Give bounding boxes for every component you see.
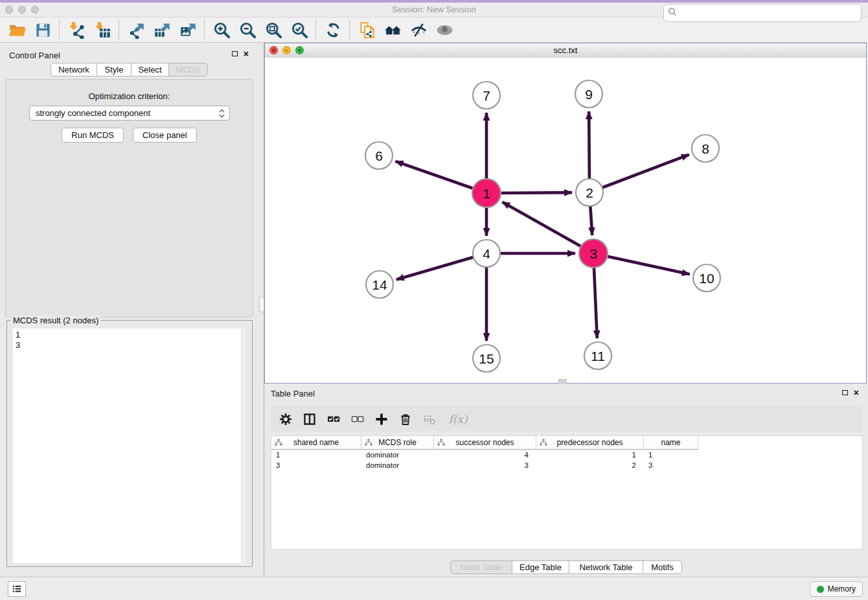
edge-3-1[interactable] xyxy=(502,202,593,253)
delete-table-button xyxy=(420,410,439,429)
run-mcds-button[interactable]: Run MCDS xyxy=(62,128,124,143)
show-all-button[interactable] xyxy=(431,19,457,41)
zoom-in-button[interactable] xyxy=(209,19,234,41)
zoom-fit-icon xyxy=(265,21,282,39)
table-row[interactable]: 3dominator323 xyxy=(271,460,862,470)
close-panel-icon[interactable]: × xyxy=(244,51,249,57)
network-window-titlebar[interactable]: ✕ − + scc.txt xyxy=(265,43,866,58)
new-network-from-selection-button[interactable] xyxy=(354,19,380,41)
memory-button[interactable]: Memory xyxy=(810,581,863,597)
graph-node-7[interactable]: 7 xyxy=(473,82,500,109)
export-table-button[interactable] xyxy=(149,19,175,41)
graph-node-2[interactable]: 2 xyxy=(576,179,603,206)
tab-motifs[interactable]: Motifs xyxy=(643,560,682,574)
add-column-button[interactable] xyxy=(372,410,391,429)
edge-2-8[interactable] xyxy=(589,155,689,192)
graph-node-1[interactable]: 1 xyxy=(472,179,501,207)
control-panel-buttons: × xyxy=(232,51,249,57)
table-cell[interactable]: dominator xyxy=(361,461,434,469)
graph-node-15[interactable]: 15 xyxy=(473,345,500,372)
table-cell[interactable]: 4 xyxy=(434,451,536,459)
node-label: 15 xyxy=(479,351,494,366)
first-neighbors-button[interactable] xyxy=(380,19,405,41)
network-canvas[interactable]: 7968124314101511 xyxy=(265,58,866,383)
deselect-all-columns-button[interactable] xyxy=(348,410,367,429)
graph-node-10[interactable]: 10 xyxy=(693,264,720,292)
toggle-columns-icon xyxy=(303,413,316,426)
task-history-button[interactable] xyxy=(8,581,26,597)
column-header-successor-nodes[interactable]: successor nodes xyxy=(434,436,536,449)
column-header-label: predecessor nodes xyxy=(556,438,622,447)
graph-node-11[interactable]: 11 xyxy=(584,342,611,369)
tab-select[interactable]: Select xyxy=(131,63,169,76)
column-header-shared-name[interactable]: shared name xyxy=(271,436,361,449)
vertical-splitter[interactable] xyxy=(259,43,264,575)
import-table-button[interactable] xyxy=(89,19,115,41)
node-label: 1 xyxy=(483,186,490,201)
table-cell[interactable]: 1 xyxy=(271,451,361,459)
tab-style[interactable]: Style xyxy=(97,63,131,76)
export-image-button[interactable] xyxy=(175,19,201,41)
settings-gear-icon xyxy=(279,413,292,426)
zoom-out-button[interactable] xyxy=(234,19,260,41)
tab-mcds[interactable]: MCDS xyxy=(169,63,208,76)
save-session-button[interactable] xyxy=(30,19,56,41)
zoom-selected-icon xyxy=(291,21,308,39)
table-cell[interactable]: dominator xyxy=(361,451,434,459)
table-toolbar: f(x) xyxy=(271,406,863,432)
close-table-panel-icon[interactable]: × xyxy=(854,389,859,396)
mcds-result-group: MCDS result (2 nodes) 13 xyxy=(6,320,253,567)
import-network-icon xyxy=(68,21,86,39)
search-input[interactable] xyxy=(663,4,862,22)
result-scrollbar[interactable] xyxy=(241,329,246,563)
node-label: 4 xyxy=(483,246,490,261)
optimization-criterion-dropdown[interactable]: strongly connected component xyxy=(29,106,230,121)
graph-node-6[interactable]: 6 xyxy=(365,142,393,169)
hide-selected-button[interactable] xyxy=(405,19,431,41)
table-cell[interactable]: 3 xyxy=(271,461,361,469)
select-all-columns-icon xyxy=(327,413,340,426)
table-cell[interactable]: 1 xyxy=(536,451,644,459)
zoom-fit-button[interactable] xyxy=(260,19,286,41)
graph-node-14[interactable]: 14 xyxy=(366,271,393,298)
graph-node-8[interactable]: 8 xyxy=(692,135,719,162)
mcds-result-list[interactable]: 13 xyxy=(13,329,246,563)
column-header-predecessor-nodes[interactable]: predecessor nodes xyxy=(536,436,644,449)
import-table-icon xyxy=(94,21,111,39)
network-graph[interactable]: 7968124314101511 xyxy=(265,58,866,383)
search-icon xyxy=(668,7,677,19)
mcds-buttons: Run MCDS Close panel xyxy=(6,128,253,143)
horizontal-splitter-handle[interactable] xyxy=(558,379,567,384)
settings-gear-button[interactable] xyxy=(276,410,295,429)
float-panel-icon[interactable] xyxy=(232,51,238,56)
add-column-icon xyxy=(375,413,388,426)
table-cell[interactable]: 3 xyxy=(644,461,698,469)
close-panel-button[interactable]: Close panel xyxy=(133,128,197,143)
table-cell[interactable]: 1 xyxy=(644,451,698,459)
graph-node-3[interactable]: 3 xyxy=(579,239,608,268)
vertical-splitter-handle[interactable] xyxy=(259,297,264,312)
status-bar: Memory xyxy=(0,577,868,600)
toggle-columns-button[interactable] xyxy=(300,410,319,429)
hide-selected-icon xyxy=(410,21,428,39)
tab-network[interactable]: Network xyxy=(51,63,97,76)
refresh-button[interactable] xyxy=(320,19,346,41)
float-table-panel-icon[interactable] xyxy=(842,390,848,395)
delete-columns-button[interactable] xyxy=(396,410,415,429)
graph-node-4[interactable]: 4 xyxy=(473,240,500,267)
table-row[interactable]: 1dominator411 xyxy=(271,450,862,460)
column-header-name[interactable]: name xyxy=(644,436,698,449)
select-all-columns-button[interactable] xyxy=(324,410,343,429)
tab-node-table[interactable]: Node Table xyxy=(450,560,512,574)
control-panel: Control Panel × NetworkStyleSelectMCDS O… xyxy=(0,43,259,575)
tab-network-table[interactable]: Network Table xyxy=(569,560,643,574)
table-cell[interactable]: 2 xyxy=(536,461,644,469)
export-network-button[interactable] xyxy=(123,19,149,41)
open-session-button[interactable] xyxy=(4,19,30,41)
tab-edge-table[interactable]: Edge Table xyxy=(512,560,569,574)
zoom-selected-button[interactable] xyxy=(286,19,312,41)
import-network-button[interactable] xyxy=(63,19,89,41)
column-header-MCDS-role[interactable]: MCDS role xyxy=(361,436,434,449)
table-cell[interactable]: 3 xyxy=(434,461,536,469)
graph-node-9[interactable]: 9 xyxy=(575,80,602,108)
